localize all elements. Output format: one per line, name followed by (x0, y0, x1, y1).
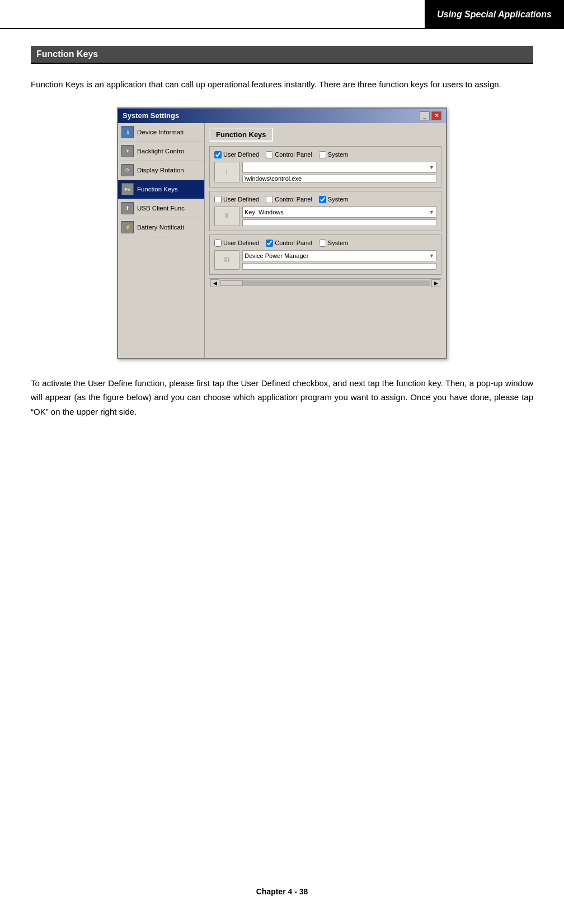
fn3-system-checkbox[interactable] (319, 240, 326, 247)
fn3-system[interactable]: System (319, 240, 349, 247)
scroll-track[interactable] (220, 280, 430, 286)
section-heading: Function Keys (31, 46, 533, 64)
window-body: ℹ Device Informati ☀ Backlight Contro ⟳ … (118, 123, 446, 358)
sidebar-item-battery[interactable]: ⚡ Battery Notificati (118, 218, 204, 237)
sidebar-label-battery: Battery Notificati (137, 224, 184, 231)
fn2-control-panel-checkbox[interactable] (266, 196, 273, 203)
window-controls: _ ✕ (420, 111, 441, 120)
fn-dropdown-1-arrow: ▼ (429, 165, 434, 170)
fn-checkboxes-3: User Defined Control Panel System (214, 240, 436, 247)
fn-text-2[interactable] (242, 219, 436, 226)
fn3-control-panel[interactable]: Control Panel (266, 240, 312, 247)
fn-dropdown-1[interactable]: ▼ (242, 162, 436, 173)
fn-dropdown-row-1: ▼ (242, 162, 436, 173)
fn3-control-panel-label: Control Panel (275, 240, 312, 246)
fn-text-1[interactable]: \windows\control.exe (242, 175, 436, 182)
scroll-left-button[interactable]: ◀ (210, 279, 219, 287)
fn-dropdown-row-2: Key: Windows ▼ (242, 207, 436, 218)
fn-dropdown-3[interactable]: Device Power Manager ▼ (242, 250, 436, 261)
fn3-control-panel-checkbox[interactable] (266, 240, 273, 247)
function-keys-icon: Fn (121, 183, 134, 195)
fn2-user-defined[interactable]: User Defined (214, 196, 259, 203)
sidebar-label-usb: USB Client Func (137, 205, 185, 212)
header-title: Using Special Applications (425, 0, 564, 29)
fn-key-3: III (214, 250, 239, 270)
fn1-system-checkbox[interactable] (319, 151, 326, 158)
fn-inputs-2: Key: Windows ▼ (242, 207, 436, 226)
fn-dropdown-2-value: Key: Windows (245, 209, 284, 215)
fn-dropdown-row-3: Device Power Manager ▼ (242, 250, 436, 261)
fn-row-3: III Device Power Manager ▼ (214, 250, 436, 270)
sidebar-item-backlight[interactable]: ☀ Backlight Contro (118, 142, 204, 161)
fn1-control-panel[interactable]: Control Panel (266, 151, 312, 158)
display-rotation-icon: ⟳ (121, 164, 134, 176)
device-info-icon: ℹ (121, 126, 134, 138)
fn-inputs-3: Device Power Manager ▼ (242, 250, 436, 270)
screenshot-container: System Settings _ ✕ ℹ Device Informati ☀ (31, 107, 533, 359)
right-panel: Function Keys User Defined Control Panel (205, 123, 446, 358)
sidebar-item-display-rotation[interactable]: ⟳ Display Rotation (118, 161, 204, 180)
fn3-system-label: System (328, 240, 349, 246)
fn1-system[interactable]: System (319, 151, 349, 158)
usb-icon: ⬆ (121, 202, 134, 214)
intro-paragraph: Function Keys is an application that can… (31, 77, 533, 92)
sidebar-label-function-keys: Function Keys (137, 186, 178, 193)
sidebar-item-usb-client[interactable]: ⬆ USB Client Func (118, 199, 204, 218)
fn-inputs-1: ▼ \windows\control.exe (242, 162, 436, 182)
fn3-user-defined[interactable]: User Defined (214, 240, 259, 247)
fn1-control-panel-checkbox[interactable] (266, 151, 273, 158)
fn2-system[interactable]: System (319, 196, 349, 203)
window-titlebar: System Settings _ ✕ (118, 109, 446, 123)
backlight-icon: ☀ (121, 145, 134, 157)
fn-text-3[interactable] (242, 263, 436, 270)
fn-section-2: User Defined Control Panel System (209, 191, 441, 231)
main-content: Function Keys Function Keys is an applic… (0, 29, 564, 435)
fn-dropdown-2-arrow: ▼ (429, 209, 434, 215)
sidebar: ℹ Device Informati ☀ Backlight Contro ⟳ … (118, 123, 205, 358)
fn-section-1: User Defined Control Panel System (209, 146, 441, 187)
fn-key-1: I (214, 162, 239, 182)
footer-label: Chapter 4 - 38 (256, 887, 308, 896)
sidebar-label-display-rotation: Display Rotation (137, 167, 184, 173)
scroll-thumb[interactable] (220, 280, 243, 286)
horizontal-scrollbar[interactable]: ◀ ▶ (209, 278, 441, 288)
fn-dropdown-2[interactable]: Key: Windows ▼ (242, 207, 436, 218)
fn1-user-defined-checkbox[interactable] (214, 151, 222, 158)
sidebar-item-device-info[interactable]: ℹ Device Informati (118, 123, 204, 142)
page-header: Using Special Applications (0, 0, 564, 29)
fn1-user-defined[interactable]: User Defined (214, 151, 259, 158)
minimize-button[interactable]: _ (420, 111, 430, 120)
fn-dropdown-3-value: Device Power Manager (245, 252, 308, 259)
fn2-control-panel[interactable]: Control Panel (266, 196, 312, 203)
window-title: System Settings (123, 111, 179, 120)
fn2-control-panel-label: Control Panel (275, 196, 312, 203)
panel-title: Function Keys (209, 128, 273, 142)
fn2-system-checkbox[interactable] (319, 196, 326, 203)
fn-section-3: User Defined Control Panel System (209, 234, 441, 275)
fn1-user-defined-label: User Defined (223, 151, 259, 158)
fn-key-2: II (214, 207, 239, 226)
fn2-user-defined-checkbox[interactable] (214, 196, 222, 203)
page-footer: Chapter 4 - 38 (0, 876, 564, 907)
fn-row-1: I ▼ \windows\control.exe (214, 162, 436, 182)
fn2-system-label: System (328, 196, 349, 203)
scroll-right-button[interactable]: ▶ (431, 279, 440, 287)
fn3-user-defined-label: User Defined (223, 240, 259, 246)
fn-row-2: II Key: Windows ▼ (214, 207, 436, 226)
fn-checkboxes-2: User Defined Control Panel System (214, 196, 436, 203)
system-settings-window: System Settings _ ✕ ℹ Device Informati ☀ (117, 107, 447, 359)
sidebar-label-device-info: Device Informati (137, 129, 184, 135)
sidebar-label-backlight: Backlight Contro (137, 148, 184, 154)
body-paragraph: To activate the User Define function, pl… (31, 376, 533, 419)
fn3-user-defined-checkbox[interactable] (214, 240, 222, 247)
fn2-user-defined-label: User Defined (223, 196, 259, 203)
fn1-system-label: System (328, 151, 349, 158)
fn-checkboxes-1: User Defined Control Panel System (214, 151, 436, 158)
fn1-control-panel-label: Control Panel (275, 151, 312, 158)
close-button[interactable]: ✕ (431, 111, 441, 120)
battery-icon: ⚡ (121, 221, 134, 233)
sidebar-item-function-keys[interactable]: Fn Function Keys (118, 180, 204, 199)
fn-dropdown-3-arrow: ▼ (429, 253, 434, 259)
